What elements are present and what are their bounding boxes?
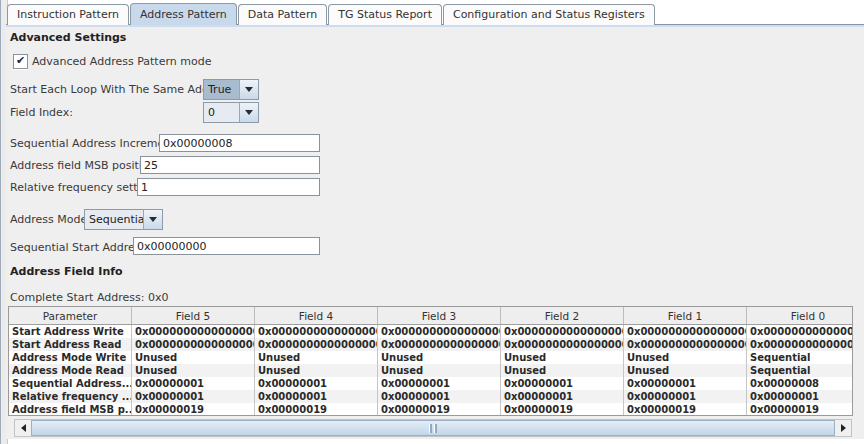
table-cell[interactable]: 0x00000019: [378, 403, 501, 416]
table-cell[interactable]: Unused: [624, 351, 747, 364]
address-pattern-window: Instruction Pattern Address Pattern Data…: [0, 0, 864, 444]
table-cell[interactable]: Sequential: [747, 351, 854, 364]
table-cell[interactable]: 0x0000000000000000: [255, 338, 378, 351]
table-cell[interactable]: Start Address Write: [9, 325, 132, 338]
table-cell[interactable]: 0x00000019: [132, 403, 255, 416]
table-row[interactable]: Address Mode ReadUnusedUnusedUnusedUnuse…: [9, 364, 853, 377]
table-cell[interactable]: 0x00000001: [501, 390, 624, 403]
table-cell[interactable]: 0x0000000000000000: [255, 325, 378, 338]
table-cell[interactable]: Unused: [255, 351, 378, 364]
table-cell[interactable]: Unused: [255, 364, 378, 377]
table-cell[interactable]: 0x00000001: [132, 377, 255, 390]
tab-instruction-pattern[interactable]: Instruction Pattern: [7, 4, 129, 25]
tab-data-pattern[interactable]: Data Pattern: [238, 4, 327, 25]
address-mode-combo[interactable]: Sequential: [84, 209, 163, 230]
table-cell[interactable]: 0x0000000000000000: [747, 338, 854, 351]
tab-configuration-and-status-registers[interactable]: Configuration and Status Registers: [443, 4, 655, 25]
table-column-header[interactable]: Field 5: [132, 307, 255, 325]
chevron-down-icon: [149, 217, 157, 222]
table-cell[interactable]: Address Mode Write: [9, 351, 132, 364]
table-cell[interactable]: Start Address Read: [9, 338, 132, 351]
tab-tg-status-report[interactable]: TG Status Report: [328, 4, 442, 25]
rel-frequency-input[interactable]: [137, 178, 320, 196]
table-cell[interactable]: Unused: [501, 351, 624, 364]
table-cell[interactable]: 0x0000000000000000: [501, 338, 624, 351]
table-column-header[interactable]: Field 3: [378, 307, 501, 325]
table-cell[interactable]: Sequential Address...: [9, 377, 132, 390]
checkmark-icon: ✔: [16, 54, 25, 67]
table-cell[interactable]: 0x00000019: [501, 403, 624, 416]
horizontal-scrollbar[interactable]: [14, 419, 852, 437]
table-cell[interactable]: 0x00000001: [501, 377, 624, 390]
table-cell[interactable]: 0x0000000000000000: [378, 338, 501, 351]
advanced-settings-title: Advanced Settings: [10, 31, 126, 44]
field-index-combo[interactable]: 0: [203, 102, 259, 123]
table-cell[interactable]: 0x0000000000000000: [132, 325, 255, 338]
chevron-down-icon: [245, 87, 253, 92]
loop-combo-dropdown-button[interactable]: [239, 80, 258, 99]
scrollbar-thumb[interactable]: [31, 420, 835, 436]
table-cell[interactable]: 0x00000001: [255, 377, 378, 390]
table-cell[interactable]: 0x00000019: [747, 403, 854, 416]
msb-position-input[interactable]: [140, 156, 320, 174]
table-cell[interactable]: 0x00000001: [132, 390, 255, 403]
table-column-header[interactable]: Field 4: [255, 307, 378, 325]
table-row[interactable]: Address Mode WriteUnusedUnusedUnusedUnus…: [9, 351, 853, 364]
field-index-label: Field Index:: [10, 106, 73, 119]
seq-start-input[interactable]: [133, 237, 320, 255]
field-index-dropdown-button[interactable]: [239, 103, 258, 122]
tab-address-pattern[interactable]: Address Pattern: [130, 3, 237, 25]
field-index-combo-value: 0: [204, 103, 239, 122]
table-row[interactable]: Relative frequency ...0x000000010x000000…: [9, 390, 853, 403]
table-column-header[interactable]: Field 1: [624, 307, 747, 325]
loop-address-combo[interactable]: True: [203, 79, 259, 100]
table-cell[interactable]: Unused: [378, 364, 501, 377]
table-row[interactable]: Sequential Address...0x000000010x0000000…: [9, 377, 853, 390]
table-cell[interactable]: Relative frequency ...: [9, 390, 132, 403]
address-mode-dropdown-button[interactable]: [143, 210, 162, 229]
table-cell[interactable]: 0x00000001: [255, 390, 378, 403]
arrow-right-icon: [841, 424, 846, 432]
table-cell[interactable]: 0x00000001: [378, 390, 501, 403]
table-header-row[interactable]: ParameterField 5Field 4Field 3Field 2Fie…: [9, 307, 853, 325]
table-cell[interactable]: 0x00000001: [624, 390, 747, 403]
table-cell[interactable]: Unused: [624, 364, 747, 377]
scroll-right-button[interactable]: [835, 420, 851, 436]
table-cell[interactable]: 0x00000019: [624, 403, 747, 416]
table-cell[interactable]: 0x00000019: [255, 403, 378, 416]
seq-increment-input[interactable]: [159, 134, 320, 152]
table-cell[interactable]: 0x0000000000000000: [378, 325, 501, 338]
table-cell[interactable]: 0x0000000000000000: [624, 338, 747, 351]
table-cell[interactable]: 0x00000008: [747, 377, 854, 390]
table-cell[interactable]: Sequential: [747, 364, 854, 377]
table-cell[interactable]: 0x0000000000000000: [747, 325, 854, 338]
table-row[interactable]: Address field MSB p...0x000000190x000000…: [9, 403, 853, 416]
loop-combo-label: Start Each Loop With The Same Address:: [10, 83, 235, 96]
table-cell[interactable]: 0x00000001: [378, 377, 501, 390]
table-cell[interactable]: 0x00000001: [624, 377, 747, 390]
table-cell[interactable]: 0x00000001: [747, 390, 854, 403]
table-row[interactable]: Start Address Read0x00000000000000000x00…: [9, 338, 853, 351]
table-header: ParameterField 5Field 4Field 3Field 2Fie…: [9, 307, 853, 325]
table-cell[interactable]: Address field MSB p...: [9, 403, 132, 416]
table-row[interactable]: Start Address Write0x00000000000000000x0…: [9, 325, 853, 338]
table-cell[interactable]: Unused: [132, 364, 255, 377]
address-fields-table: ParameterField 5Field 4Field 3Field 2Fie…: [8, 306, 853, 416]
table-column-header[interactable]: Parameter: [9, 307, 132, 325]
table-cell[interactable]: 0x0000000000000000: [501, 325, 624, 338]
table-column-header[interactable]: Field 0: [747, 307, 854, 325]
table-cell[interactable]: Unused: [378, 351, 501, 364]
complete-start-address: Complete Start Address: 0x0: [10, 291, 168, 304]
table-cell[interactable]: Address Mode Read: [9, 364, 132, 377]
table-cell[interactable]: Unused: [501, 364, 624, 377]
table-column-header[interactable]: Field 2: [501, 307, 624, 325]
table-cell[interactable]: 0x0000000000000000: [624, 325, 747, 338]
advanced-mode-checkbox-label: Advanced Address Pattern mode: [32, 55, 211, 68]
table-cell[interactable]: Unused: [132, 351, 255, 364]
address-mode-combo-value: Sequential: [85, 210, 143, 229]
scroll-left-button[interactable]: [15, 420, 31, 436]
seq-increment-label: Sequential Address Increment:: [10, 137, 179, 150]
table-cell[interactable]: 0x0000000000000000: [132, 338, 255, 351]
advanced-mode-checkbox[interactable]: ✔: [13, 54, 28, 69]
address-mode-label: Address Mode:: [10, 213, 91, 226]
